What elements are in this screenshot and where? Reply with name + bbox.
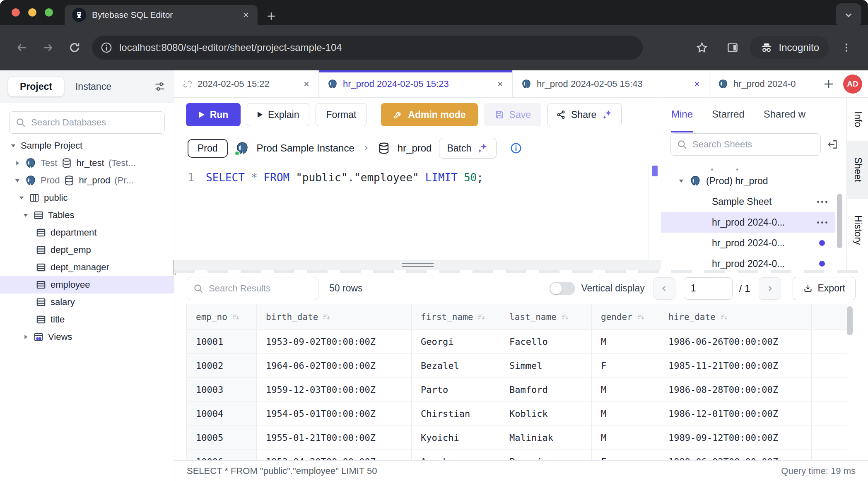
- results-scrollbar-thumb[interactable]: [847, 306, 853, 335]
- sheet-item-unsaved-2[interactable]: hr_prod 2024-0...: [661, 253, 835, 270]
- tree-table-title[interactable]: title: [0, 311, 174, 328]
- results-search-input[interactable]: [209, 283, 312, 294]
- sort-icon[interactable]: [231, 313, 240, 321]
- tree-db-hr-test[interactable]: Test hr_test (Test...: [0, 154, 174, 172]
- sheet-item-selected[interactable]: hr_prod 2024-0...: [661, 212, 835, 233]
- tree-table-department[interactable]: department: [0, 224, 174, 241]
- site-info-icon[interactable]: [100, 41, 113, 54]
- divider-grip[interactable]: [402, 263, 434, 267]
- user-avatar[interactable]: AD: [843, 75, 862, 94]
- sort-icon[interactable]: [637, 313, 645, 321]
- more-menu-icon[interactable]: [817, 201, 835, 203]
- caret-down-icon[interactable]: [22, 212, 29, 219]
- column-header-gender[interactable]: gender: [592, 304, 659, 330]
- sort-icon[interactable]: [322, 313, 330, 321]
- editor-results-divider[interactable]: [174, 260, 661, 270]
- save-button[interactable]: Save: [484, 103, 541, 126]
- sheet-list-scrollbar-thumb[interactable]: [837, 194, 842, 248]
- close-window-button[interactable]: [12, 8, 20, 17]
- sql-editor[interactable]: 1 SELECT * FROM "public"."employee" LIMI…: [174, 165, 661, 260]
- database-search-input[interactable]: [31, 117, 159, 128]
- tree-table-employee[interactable]: employee: [0, 276, 174, 293]
- close-tab-icon[interactable]: [303, 80, 310, 88]
- tab-starred[interactable]: Starred: [712, 98, 745, 132]
- explain-button[interactable]: Explain: [247, 103, 309, 126]
- tree-table-dept-emp[interactable]: dept_emp: [0, 241, 174, 259]
- caret-right-icon[interactable]: [14, 160, 21, 166]
- sheet-search[interactable]: [670, 133, 821, 156]
- export-button[interactable]: Export: [793, 277, 856, 300]
- editor-scrollbar[interactable]: [649, 165, 661, 260]
- vertical-display-toggle[interactable]: [550, 282, 575, 295]
- sort-icon[interactable]: [561, 313, 569, 321]
- editor-tab-3[interactable]: hr_prod 2024-02-05 15:43: [513, 70, 709, 97]
- tree-tables-group[interactable]: Tables: [0, 207, 174, 224]
- column-header-emp-no[interactable]: emp_no: [187, 304, 257, 330]
- url-text[interactable]: localhost:8080/sql-editor/sheet/project-…: [119, 42, 342, 53]
- sheet-row-partial-top[interactable]: [661, 161, 835, 171]
- tab-sheet[interactable]: Sheet: [847, 141, 868, 199]
- sheet-search-input[interactable]: [692, 139, 815, 150]
- caret-down-icon[interactable]: [678, 178, 685, 184]
- side-panel-icon[interactable]: [719, 41, 746, 54]
- instance-name[interactable]: Prod Sample Instance: [257, 142, 354, 154]
- tab-project[interactable]: Project: [8, 77, 64, 96]
- sheet-item-sample[interactable]: Sample Sheet: [661, 191, 835, 212]
- minimize-window-button[interactable]: [28, 8, 36, 17]
- back-button[interactable]: [8, 41, 35, 54]
- next-page-button[interactable]: [759, 277, 781, 300]
- tab-history[interactable]: History: [847, 199, 868, 261]
- column-header-hire-date[interactable]: hire_date: [659, 304, 812, 330]
- editor-tab-4[interactable]: hr_prod 2024-0: [709, 70, 810, 97]
- column-header-first-name[interactable]: first_name: [412, 304, 500, 330]
- database-search[interactable]: [9, 111, 165, 134]
- more-menu-icon[interactable]: [817, 221, 835, 224]
- sheet-item-unsaved-1[interactable]: hr_prod 2024-0...: [661, 233, 835, 253]
- database-name[interactable]: hr_prod: [398, 142, 432, 154]
- tab-shared[interactable]: Shared w: [764, 98, 805, 132]
- bookmark-star-icon[interactable]: [689, 41, 715, 54]
- tree-table-dept-manager[interactable]: dept_manager: [0, 259, 174, 276]
- format-button[interactable]: Format: [316, 103, 366, 126]
- close-tab-icon[interactable]: [693, 80, 701, 88]
- url-bar[interactable]: localhost:8080/sql-editor/sheet/project-…: [92, 36, 643, 60]
- share-button[interactable]: Share: [547, 103, 622, 126]
- admin-mode-button[interactable]: Admin mode: [381, 103, 477, 126]
- results-search[interactable]: [187, 277, 318, 300]
- info-circle-icon[interactable]: [510, 142, 522, 154]
- caret-down-icon[interactable]: [14, 177, 21, 184]
- run-button[interactable]: Run: [186, 103, 241, 126]
- tree-schema-public[interactable]: public: [0, 189, 174, 207]
- tree-table-salary[interactable]: salary: [0, 293, 174, 311]
- browser-tab[interactable]: Bytebase SQL Editor: [65, 5, 258, 25]
- reload-button[interactable]: [61, 41, 88, 54]
- close-tab-icon[interactable]: [242, 11, 250, 19]
- environment-chip[interactable]: Prod: [188, 139, 228, 158]
- close-tab-icon[interactable]: [497, 80, 504, 88]
- column-header-birth-date[interactable]: birth_date: [257, 304, 412, 330]
- tab-instance[interactable]: Instance: [64, 77, 123, 96]
- tree-db-hr-prod[interactable]: Prod hr_prod (Pr...: [0, 172, 174, 189]
- editor-tab-2-active[interactable]: hr_prod 2024-02-05 15:23: [319, 70, 513, 97]
- prev-page-button[interactable]: [653, 277, 675, 300]
- sheet-group-hr-prod[interactable]: (Prod) hr_prod: [661, 171, 835, 191]
- tab-mine[interactable]: Mine: [671, 98, 693, 132]
- caret-right-icon[interactable]: [22, 334, 29, 340]
- zoom-window-button[interactable]: [45, 8, 53, 17]
- forward-button[interactable]: [35, 41, 61, 54]
- tab-search-chevron-button[interactable]: [836, 3, 861, 26]
- column-header-last-name[interactable]: last_name: [500, 304, 592, 330]
- editor-scrollbar-thumb[interactable]: [652, 166, 658, 176]
- add-sheet-plus-icon[interactable]: [822, 78, 835, 90]
- caret-down-icon[interactable]: [10, 142, 17, 149]
- editor-tab-1[interactable]: 2024-02-05 15:22: [174, 70, 319, 97]
- panel-collapse-icon[interactable]: [827, 139, 838, 150]
- browser-menu-kebab-icon[interactable]: [833, 42, 860, 53]
- sort-icon[interactable]: [720, 313, 728, 321]
- tree-views-group[interactable]: Views: [0, 328, 174, 346]
- sort-icon[interactable]: [477, 313, 485, 321]
- batch-button[interactable]: Batch: [439, 138, 497, 159]
- tree-project-row[interactable]: Sample Project: [0, 137, 174, 154]
- tab-info[interactable]: Info: [847, 98, 868, 141]
- new-tab-button[interactable]: [266, 11, 277, 22]
